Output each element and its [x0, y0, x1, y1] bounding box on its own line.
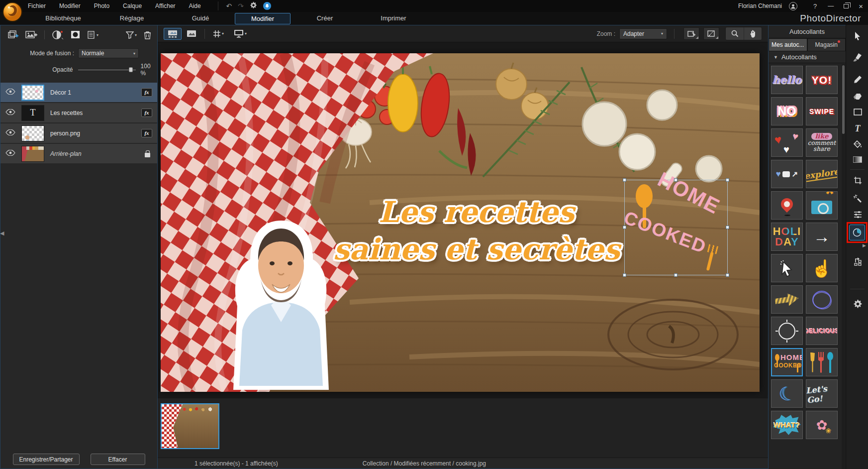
menu-afficher[interactable]: Afficher	[155, 2, 175, 9]
layer-thumbnail[interactable]	[21, 125, 44, 141]
eraser-tool-icon[interactable]	[852, 91, 864, 103]
sticker-flower[interactable]: ✿ ❀	[806, 411, 838, 439]
add-photo-layer-icon[interactable]	[25, 30, 37, 39]
sticker-arrow-right[interactable]: →	[806, 223, 838, 251]
menu-fichier[interactable]: Fichier	[28, 2, 46, 9]
layer-thumbnail[interactable]	[21, 85, 44, 101]
resize-handle[interactable]	[726, 273, 729, 277]
resize-handle[interactable]	[726, 178, 729, 182]
sticker-yo[interactable]: YO!	[806, 66, 838, 94]
zoom-magnifier-icon[interactable]	[726, 27, 744, 40]
breadcrumb[interactable]: Collection / Modifiées récemment / cooki…	[363, 460, 486, 467]
sticker-circle-scribble[interactable]	[806, 285, 838, 314]
blend-mode-select[interactable]: Normale ▾	[78, 48, 139, 58]
visibility-eye-icon[interactable]	[5, 109, 15, 117]
sticker-social-icons[interactable]: ♥ ↗	[771, 160, 803, 188]
visibility-eye-icon[interactable]	[5, 89, 15, 96]
layer-row-background[interactable]: Arrière-plan	[0, 144, 157, 163]
canvas-text-object[interactable]: Les recettes saines et secrètes	[280, 194, 673, 269]
sticker-hand-pointer[interactable]: ☝	[806, 254, 838, 282]
preferences-gear-icon[interactable]	[250, 1, 257, 10]
view-single-button[interactable]	[184, 28, 199, 40]
collapse-panel-icon[interactable]: ◀	[0, 230, 4, 236]
redo-icon[interactable]: ↷	[238, 2, 244, 10]
close-button[interactable]: ×	[859, 2, 863, 10]
sticker-home-cooked[interactable]: HOME COOKED	[771, 348, 803, 376]
sticker-moon[interactable]: ☾	[771, 379, 803, 408]
mask-layer-icon[interactable]	[71, 30, 81, 39]
layer-row-text[interactable]: T Les recettes fx	[0, 103, 157, 122]
zoom-select[interactable]: Adapter ▾	[619, 28, 667, 39]
move-structure-icon[interactable]	[852, 255, 864, 267]
resize-handle[interactable]	[623, 178, 626, 182]
layer-thumbnail[interactable]: T	[21, 105, 44, 121]
resize-handle[interactable]	[623, 273, 626, 277]
menu-photo[interactable]: Photo	[94, 2, 109, 9]
layer-thumbnail[interactable]	[21, 146, 44, 162]
help-button[interactable]: ?	[813, 2, 817, 10]
selected-sticker-home-cooked[interactable]: HOME COOKED	[624, 180, 728, 275]
settings-gear-icon[interactable]	[852, 298, 864, 310]
sticker-explore[interactable]: explore	[806, 160, 838, 188]
sticker-delicious[interactable]: DELICIOUS	[806, 317, 838, 345]
filter-layers-icon[interactable]: ▾	[126, 31, 137, 39]
layer-row-decor[interactable]: Décor 1 fx	[0, 83, 157, 102]
fill-bucket-tool-icon[interactable]	[852, 138, 864, 150]
shape-tool-icon[interactable]	[852, 106, 864, 118]
delete-layer-trash-icon[interactable]	[144, 31, 151, 39]
tab-guide[interactable]: Guidé	[166, 13, 235, 24]
sticker-cursor[interactable]	[771, 254, 803, 282]
resize-handle[interactable]	[726, 226, 729, 229]
lock-icon[interactable]	[145, 153, 150, 157]
stickers-tool-icon[interactable]	[849, 225, 865, 240]
gradient-tool-icon[interactable]	[852, 153, 864, 165]
sticker-swipe[interactable]: SWIPE	[806, 97, 838, 125]
sticker-circle-frame[interactable]	[771, 317, 803, 345]
photo-canvas[interactable]: Les recettes saines et secrètes HOME COO…	[161, 53, 760, 392]
layer-menu-icon[interactable]: ▾	[88, 31, 98, 39]
display-mode-button[interactable]: ▾	[231, 28, 250, 40]
pan-hand-icon[interactable]	[744, 27, 762, 40]
layer-row-person[interactable]: person.png fx	[0, 123, 157, 143]
sticker-what[interactable]: WHAT?	[771, 411, 803, 439]
app-logo-icon[interactable]	[2, 1, 23, 22]
user-name[interactable]: Florian Chemani	[738, 2, 782, 9]
tab-modifier[interactable]: Modifier	[235, 13, 290, 24]
text-tool-icon[interactable]: T	[852, 122, 864, 134]
sticker-like-comment-share[interactable]: like comment share	[806, 128, 838, 157]
sticker-camera-flash[interactable]: *	[806, 191, 838, 220]
sticker-lets-go[interactable]: Let's Go!	[806, 379, 838, 408]
resize-handle[interactable]	[623, 226, 626, 229]
menu-calque[interactable]: Calque	[123, 2, 142, 9]
tab-bibliotheque[interactable]: Bibliothèque	[29, 13, 97, 24]
sticker-location-pin[interactable]	[771, 191, 803, 220]
menu-modifier[interactable]: Modifier	[59, 2, 81, 9]
select-tool-icon[interactable]	[852, 30, 864, 42]
user-avatar[interactable]	[789, 2, 797, 10]
before-after-icon[interactable]	[703, 27, 719, 40]
restore-button[interactable]	[844, 4, 849, 8]
resize-handle[interactable]	[674, 273, 677, 277]
opacity-slider[interactable]	[78, 67, 136, 73]
pen-tool-icon[interactable]	[852, 73, 864, 85]
sticker-hello[interactable]: hello	[771, 66, 803, 94]
sticker-no[interactable]: NO	[771, 97, 803, 125]
sticker-holiday[interactable]: HOLI DAY	[771, 223, 803, 251]
visibility-eye-icon[interactable]	[5, 150, 15, 157]
stickers-scrollbar[interactable]	[842, 64, 845, 469]
filmstrip-thumbnail[interactable]	[161, 403, 219, 449]
resize-handle[interactable]	[674, 178, 677, 182]
tab-store[interactable]: Magasin	[807, 38, 846, 51]
crop-tool-icon[interactable]	[852, 174, 864, 186]
brush-tool-icon[interactable]	[852, 51, 864, 63]
fx-badge[interactable]: fx	[141, 109, 152, 117]
flyout-arrow-icon[interactable]: ▶	[863, 243, 866, 248]
scrollbar-thumb[interactable]	[842, 65, 845, 134]
slider-handle[interactable]	[129, 67, 133, 72]
view-with-layers-button[interactable]	[164, 28, 182, 40]
fx-badge[interactable]: fx	[141, 129, 152, 137]
canvas-area[interactable]: Les recettes saines et secrètes HOME COO…	[158, 42, 768, 398]
sticker-striped-arrow[interactable]	[771, 285, 803, 314]
magic-wand-icon[interactable]	[852, 193, 864, 205]
fx-badge[interactable]: fx	[141, 88, 152, 97]
